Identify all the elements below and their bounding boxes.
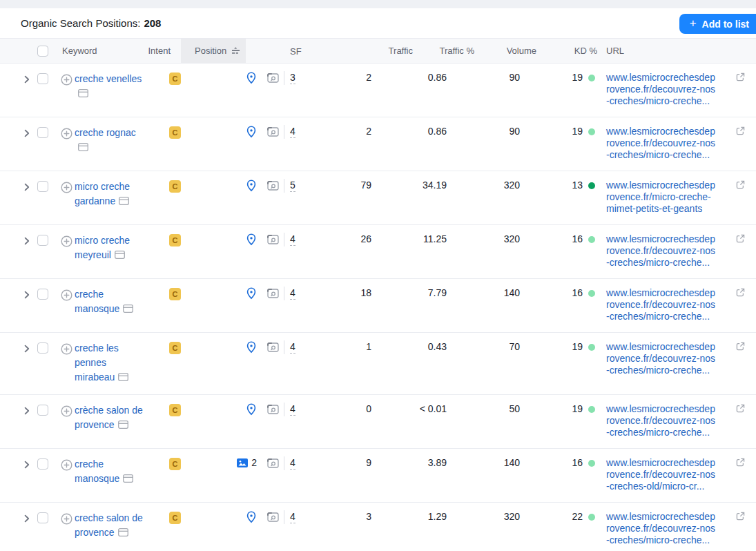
serp-snapshot-icon[interactable] [267, 73, 279, 83]
position-value[interactable]: 4 [290, 287, 295, 300]
intent-badge[interactable]: C [169, 234, 181, 246]
column-header-traffic[interactable]: Traffic [307, 39, 414, 63]
external-link-icon[interactable] [736, 342, 745, 351]
location-pin-icon[interactable] [246, 511, 257, 523]
intent-badge[interactable]: C [169, 342, 181, 354]
serp-card-icon[interactable] [118, 528, 128, 536]
serp-snapshot-icon[interactable] [267, 512, 279, 522]
add-keyword-icon[interactable] [61, 405, 72, 417]
keyword-link[interactable]: creche manosque [75, 287, 143, 322]
add-to-list-button[interactable]: + Add to list [679, 14, 756, 34]
url-link[interactable]: www.lesmicrocrechesdep rovence.fr/decouv… [606, 233, 737, 269]
intent-badge[interactable]: C [169, 72, 181, 85]
row-checkbox[interactable] [37, 235, 48, 246]
add-keyword-icon[interactable] [61, 128, 72, 139]
serp-card-icon[interactable] [118, 420, 128, 429]
column-header-traffic-pct[interactable]: Traffic % [414, 39, 478, 63]
add-keyword-icon[interactable] [61, 289, 72, 301]
url-link[interactable]: www.lesmicrocrechesdep rovence.fr/decouv… [606, 511, 737, 546]
row-checkbox[interactable] [37, 342, 48, 354]
external-link-icon[interactable] [736, 126, 745, 135]
serp-snapshot-icon[interactable] [267, 127, 279, 137]
keyword-link[interactable]: creche rognac [75, 126, 143, 161]
url-link[interactable]: www.lesmicrocrechesdep rovence.fr/decouv… [606, 287, 737, 322]
row-checkbox[interactable] [37, 405, 48, 416]
location-pin-icon[interactable] [246, 287, 257, 300]
intent-badge[interactable]: C [169, 180, 181, 193]
external-link-icon[interactable] [736, 458, 745, 467]
intent-badge[interactable]: C [169, 458, 181, 470]
column-header-position[interactable]: Position [181, 39, 246, 63]
column-header-keyword[interactable]: Keyword [59, 39, 145, 63]
location-pin-icon[interactable] [246, 403, 257, 416]
chevron-right-icon[interactable] [24, 514, 30, 523]
serp-snapshot-icon[interactable] [267, 342, 279, 352]
serp-snapshot-icon[interactable] [267, 289, 279, 298]
external-link-icon[interactable] [736, 512, 745, 521]
url-link[interactable]: www.lesmicrocrechesdep rovence.fr/decouv… [606, 126, 737, 161]
chevron-right-icon[interactable] [24, 461, 30, 469]
keyword-link[interactable]: micro creche gardanne [75, 180, 143, 215]
row-checkbox[interactable] [37, 289, 48, 300]
row-checkbox[interactable] [37, 181, 48, 192]
column-header-volume[interactable]: Volume [478, 39, 547, 63]
chevron-right-icon[interactable] [24, 183, 30, 191]
location-pin-icon[interactable] [246, 233, 257, 246]
serp-snapshot-icon[interactable] [267, 181, 279, 191]
serp-card-icon[interactable] [115, 251, 125, 259]
keyword-link[interactable]: creche salon de provence [75, 511, 143, 546]
serp-card-icon[interactable] [119, 197, 129, 205]
position-value[interactable]: 4 [290, 233, 295, 246]
keyword-link[interactable]: creche manosque [75, 457, 143, 492]
external-link-icon[interactable] [736, 234, 745, 243]
intent-badge[interactable]: C [169, 404, 181, 416]
add-keyword-icon[interactable] [61, 182, 72, 193]
add-keyword-icon[interactable] [61, 343, 72, 355]
select-all-checkbox[interactable] [37, 46, 48, 57]
serp-card-icon[interactable] [118, 373, 128, 381]
external-link-icon[interactable] [736, 404, 745, 413]
serp-snapshot-icon[interactable] [267, 405, 279, 414]
serp-card-icon[interactable] [78, 143, 88, 151]
location-pin-icon[interactable] [246, 72, 257, 84]
intent-badge[interactable]: C [169, 288, 181, 300]
row-checkbox[interactable] [37, 458, 48, 470]
keyword-link[interactable]: micro creche meyreuil [75, 233, 143, 269]
intent-badge[interactable]: C [169, 126, 181, 139]
column-header-sf[interactable]: SF [290, 46, 302, 56]
position-value[interactable]: 4 [290, 457, 295, 470]
column-header-url[interactable]: URL [602, 39, 756, 63]
url-link[interactable]: www.lesmicrocrechesdep rovence.fr/decouv… [606, 72, 737, 107]
row-checkbox[interactable] [37, 512, 48, 523]
column-header-intent[interactable]: Intent [145, 39, 186, 63]
intent-badge[interactable]: C [169, 512, 181, 524]
location-pin-icon[interactable] [246, 341, 257, 354]
serp-card-icon[interactable] [123, 304, 133, 313]
position-value[interactable]: 5 [290, 180, 295, 192]
column-header-kd[interactable]: KD % [547, 39, 602, 63]
serp-snapshot-icon[interactable] [267, 458, 279, 468]
serp-snapshot-icon[interactable] [267, 235, 279, 244]
chevron-right-icon[interactable] [24, 345, 30, 353]
url-link[interactable]: www.lesmicrocrechesdep rovence.fr/micro-… [606, 180, 737, 215]
add-keyword-icon[interactable] [61, 513, 72, 525]
chevron-right-icon[interactable] [24, 129, 30, 137]
add-keyword-icon[interactable] [61, 74, 72, 86]
chevron-right-icon[interactable] [24, 407, 30, 415]
external-link-icon[interactable] [736, 72, 745, 81]
keyword-link[interactable]: creche les pennes mirabeau [75, 341, 143, 385]
external-link-icon[interactable] [736, 288, 745, 297]
position-value[interactable]: 4 [290, 341, 295, 354]
keyword-link[interactable]: crèche salon de provence [75, 403, 143, 438]
keyword-link[interactable]: creche venelles [75, 72, 143, 107]
position-value[interactable]: 3 [290, 72, 295, 84]
chevron-right-icon[interactable] [24, 75, 30, 84]
location-pin-icon[interactable] [246, 126, 257, 138]
position-value[interactable]: 4 [290, 403, 295, 416]
add-keyword-icon[interactable] [61, 235, 72, 247]
url-link[interactable]: www.lesmicrocrechesdep rovence.fr/decouv… [606, 403, 737, 438]
chevron-right-icon[interactable] [24, 291, 30, 299]
position-value[interactable]: 4 [290, 511, 295, 523]
external-link-icon[interactable] [736, 180, 745, 189]
image-pack-feature[interactable]: 2 [237, 457, 257, 468]
